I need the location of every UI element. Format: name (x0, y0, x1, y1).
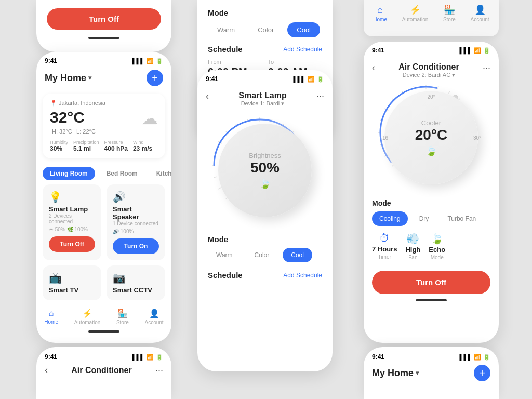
dial-inner: Brightness 50% 🍃 (249, 152, 281, 190)
room-tab-kitchen[interactable]: Kitchen (149, 167, 171, 180)
chevron-down-icon[interactable]: ▾ (88, 74, 91, 82)
bottom-nav-automation[interactable]: ⚡ Automation (74, 309, 101, 325)
status-bar-right: 9:41 ▌▌▌ 📶 🔋 (364, 42, 499, 56)
signal-icon-c: ▌▌▌ (294, 76, 305, 82)
home-header: My Home ▾ + (36, 66, 171, 89)
time-center: 9:41 (206, 75, 218, 83)
br-time: 9:41 (372, 353, 384, 361)
brightness-value: 50% (249, 159, 281, 176)
mode-warm[interactable]: Warm (208, 22, 244, 37)
automation-nav-icon: ⚡ (409, 4, 421, 16)
device-card-tv: 📺 Smart TV (43, 265, 101, 300)
battery-icon-c: 🔋 (317, 76, 324, 83)
lamp-dial-container: Brightness 50% 🍃 (197, 110, 332, 231)
temp-low: L: 22°C (76, 128, 96, 135)
tv-name: Smart TV (49, 286, 95, 294)
ac-dial-container: 16 20° 30° Cooler 20°C 🍃 (364, 81, 499, 195)
bottom-automation-label: Automation (74, 320, 101, 325)
mode-tabs: Warm Color Cool (208, 22, 322, 37)
bottom-store-icon: 🏪 (117, 309, 128, 318)
back-button-ac[interactable]: ‹ (372, 62, 375, 73)
nav-automation-label: Automation (402, 17, 429, 22)
ac-cooler-label: Cooler (415, 119, 448, 127)
br-header: My Home ▾ + (364, 363, 499, 383)
status-bar-left: 9:41 ▌▌▌ 📶 🔋 (36, 52, 171, 66)
speaker-turnon-button[interactable]: Turn On (113, 238, 159, 254)
br-add-button[interactable]: + (474, 365, 490, 381)
add-schedule-link[interactable]: Add Schedule (283, 46, 322, 53)
ac-dial[interactable]: 16 20° 30° Cooler 20°C 🍃 (384, 91, 478, 184)
nav-home-label: Home (373, 17, 387, 22)
precipitation-label: Precipitation (73, 140, 99, 145)
weather-card: 📍 Jakarta, Indonesia 32°C H: 32°C L: 22°… (43, 94, 165, 158)
timer-icon: ⏱ (379, 232, 390, 244)
lamp-mode-cool[interactable]: Cool (283, 248, 312, 262)
lamp-mode-tabs: Warm Color Cool (208, 248, 322, 262)
bl-battery-icon: 🔋 (156, 354, 163, 361)
fan-label: Fan (408, 255, 417, 260)
device-card-speaker: 🔊 Smart Speaker 1 Device connected 🔊 100… (107, 184, 165, 260)
bl-title: Air Conditioner (71, 366, 131, 375)
nav-home[interactable]: ⌂ Home (373, 5, 387, 22)
bottom-nav-store[interactable]: 🏪 Store (116, 309, 129, 325)
lamp-mode-warm[interactable]: Warm (208, 248, 241, 262)
humidity-value: 30% (50, 145, 68, 152)
br-chevron-icon[interactable]: ▾ (416, 369, 419, 377)
ac-mode-cooling[interactable]: Cooling (372, 211, 408, 226)
lamp-dial[interactable]: Brightness 50% 🍃 (218, 124, 312, 217)
lamp-add-schedule[interactable]: Add Schedule (283, 272, 322, 279)
ac-turnoff-button[interactable]: Turn Off (372, 271, 490, 294)
lamp-sub: 2 Devices connected (49, 213, 95, 224)
br-battery-icon: 🔋 (483, 354, 490, 361)
ac-feature-mode: 🍃 Echo Mode (429, 232, 445, 260)
home-indicator (88, 37, 119, 39)
bl-more-button[interactable]: ··· (155, 365, 163, 376)
lamp-mode-color[interactable]: Color (246, 248, 278, 262)
back-button-lamp[interactable]: ‹ (206, 91, 209, 102)
lamp-turnoff-button[interactable]: Turn Off (49, 236, 95, 252)
room-tab-living[interactable]: Living Room (43, 167, 95, 180)
bottom-store-label: Store (116, 320, 129, 325)
ac-title: Air Conditioner (398, 62, 459, 72)
bl-signal-icon: ▌▌▌ (132, 354, 144, 360)
add-device-button[interactable]: + (147, 70, 163, 86)
ac-feature-fan: 💨 High Fan (405, 232, 420, 260)
cctv-icon: 📷 (113, 272, 159, 284)
speaker-name: Smart Speaker (113, 205, 159, 221)
nav-account[interactable]: 👤 Account (470, 4, 489, 22)
phone-topright: ⌂ Home ⚡ Automation 🏪 Store 👤 Account (364, 0, 499, 36)
bl-wifi-icon: 📶 (147, 354, 154, 361)
wind-value: 23 m/s (133, 145, 152, 152)
more-options-button-lamp[interactable]: ··· (316, 91, 324, 102)
bl-header: ‹ Air Conditioner ··· (36, 363, 171, 378)
mode-cool[interactable]: Cool (287, 22, 320, 37)
home-indicator-main-left (88, 330, 119, 332)
battery-icon: 🔋 (156, 58, 163, 64)
leaf-icon-lamp: 🍃 (249, 178, 281, 190)
ac-features: ⏱ 7 Hours Timer 💨 High Fan 🍃 Echo Mode (372, 232, 490, 260)
ac-mode-turbofan[interactable]: Turbo Fan (440, 211, 483, 226)
lamp-header: ‹ Smart Lamp Device 1: Bardi ▾ ··· (197, 85, 332, 110)
humidity-label: Humidity (50, 140, 68, 145)
device-card-lamp: 💡 Smart Lamp 2 Devices connected ☀ 50% 🌿… (43, 184, 101, 260)
bottom-account-label: Account (144, 320, 163, 325)
ac-mode-dry[interactable]: Dry (412, 211, 436, 226)
svg-line-28 (448, 91, 450, 94)
temp-high: H: 32°C (52, 128, 72, 135)
nav-store[interactable]: 🏪 Store (443, 4, 456, 22)
speaker-stats: 🔊 100% (113, 229, 159, 234)
mode-color[interactable]: Color (248, 22, 283, 37)
weather-stats: Humidity 30% Precipitation 5.1 ml Pressu… (50, 140, 158, 152)
more-options-button-ac[interactable]: ··· (483, 62, 490, 73)
bottom-nav-account[interactable]: 👤 Account (144, 309, 163, 325)
schedule-title: Schedule (208, 45, 243, 54)
bottom-nav-home[interactable]: ⌂ Home (44, 309, 58, 325)
ac-feature-timer: ⏱ 7 Hours Timer (372, 232, 397, 260)
bl-back-button[interactable]: ‹ (45, 365, 48, 376)
fan-icon: 💨 (406, 232, 419, 245)
room-tab-bedroom[interactable]: Bed Room (99, 167, 145, 180)
bl-time: 9:41 (45, 353, 57, 361)
turnoff-button-topleft[interactable]: Turn Off (47, 8, 161, 30)
nav-automation[interactable]: ⚡ Automation (402, 4, 429, 22)
br-status-bar: 9:41 ▌▌▌ 📶 🔋 (364, 347, 499, 363)
